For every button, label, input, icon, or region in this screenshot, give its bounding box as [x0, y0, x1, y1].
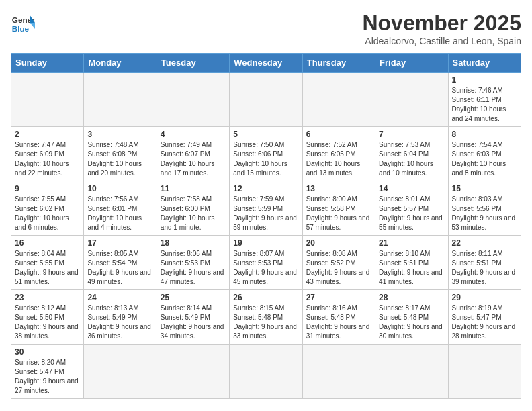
- day-number: 29: [452, 293, 517, 302]
- day-info: Sunrise: 7:49 AM Sunset: 6:07 PM Dayligh…: [161, 140, 226, 178]
- table-row: 21Sunrise: 8:10 AM Sunset: 5:51 PM Dayli…: [375, 236, 448, 290]
- table-row: 19Sunrise: 8:07 AM Sunset: 5:53 PM Dayli…: [230, 236, 302, 290]
- table-row: [375, 345, 448, 399]
- calendar-header-row: Sunday Monday Tuesday Wednesday Thursday…: [11, 54, 521, 73]
- table-row: 6Sunrise: 7:52 AM Sunset: 6:05 PM Daylig…: [302, 127, 375, 181]
- logo: General Blue: [11, 11, 35, 35]
- table-row: 22Sunrise: 8:11 AM Sunset: 5:51 PM Dayli…: [448, 236, 521, 290]
- day-info: Sunrise: 8:05 AM Sunset: 5:54 PM Dayligh…: [87, 249, 152, 287]
- day-number: 10: [87, 184, 152, 193]
- day-number: 23: [15, 293, 80, 302]
- table-row: [448, 345, 521, 399]
- day-info: Sunrise: 7:56 AM Sunset: 6:01 PM Dayligh…: [87, 195, 152, 232]
- day-info: Sunrise: 7:59 AM Sunset: 5:59 PM Dayligh…: [233, 195, 298, 232]
- table-row: [84, 73, 157, 127]
- day-info: Sunrise: 7:48 AM Sunset: 6:08 PM Dayligh…: [87, 140, 152, 178]
- day-number: 6: [306, 130, 371, 139]
- col-monday: Monday: [84, 54, 157, 73]
- table-row: 25Sunrise: 8:14 AM Sunset: 5:49 PM Dayli…: [157, 290, 229, 345]
- table-row: 14Sunrise: 8:01 AM Sunset: 5:57 PM Dayli…: [375, 181, 448, 236]
- table-row: 20Sunrise: 8:08 AM Sunset: 5:52 PM Dayli…: [302, 236, 375, 290]
- day-number: 28: [379, 293, 444, 302]
- day-number: 25: [161, 293, 226, 302]
- day-number: 16: [15, 238, 80, 248]
- day-number: 19: [233, 238, 298, 248]
- col-friday: Friday: [375, 54, 448, 73]
- col-tuesday: Tuesday: [157, 54, 229, 73]
- table-row: 23Sunrise: 8:12 AM Sunset: 5:50 PM Dayli…: [11, 290, 84, 345]
- calendar-week-row: 1Sunrise: 7:46 AM Sunset: 6:11 PM Daylig…: [11, 73, 521, 127]
- day-number: 15: [452, 184, 517, 193]
- day-number: 8: [452, 130, 517, 139]
- col-saturday: Saturday: [448, 54, 521, 73]
- table-row: 13Sunrise: 8:00 AM Sunset: 5:58 PM Dayli…: [302, 181, 375, 236]
- calendar-subtitle: Aldealcorvo, Castille and Leon, Spain: [362, 36, 521, 46]
- table-row: 24Sunrise: 8:13 AM Sunset: 5:49 PM Dayli…: [84, 290, 157, 345]
- calendar-table: Sunday Monday Tuesday Wednesday Thursday…: [11, 53, 521, 399]
- day-info: Sunrise: 7:46 AM Sunset: 6:11 PM Dayligh…: [452, 86, 517, 124]
- page-header: General Blue November 2025 Aldealcorvo, …: [11, 11, 521, 46]
- day-info: Sunrise: 7:53 AM Sunset: 6:04 PM Dayligh…: [379, 140, 444, 178]
- table-row: [11, 73, 84, 127]
- day-info: Sunrise: 8:17 AM Sunset: 5:48 PM Dayligh…: [379, 304, 444, 341]
- calendar-week-row: 9Sunrise: 7:55 AM Sunset: 6:02 PM Daylig…: [11, 181, 521, 236]
- day-info: Sunrise: 8:01 AM Sunset: 5:57 PM Dayligh…: [379, 195, 444, 232]
- day-info: Sunrise: 8:14 AM Sunset: 5:49 PM Dayligh…: [161, 304, 226, 341]
- svg-marker-3: [30, 23, 35, 29]
- day-number: 30: [15, 347, 80, 357]
- day-number: 5: [233, 130, 298, 139]
- table-row: 9Sunrise: 7:55 AM Sunset: 6:02 PM Daylig…: [11, 181, 84, 236]
- table-row: 15Sunrise: 8:03 AM Sunset: 5:56 PM Dayli…: [448, 181, 521, 236]
- table-row: 2Sunrise: 7:47 AM Sunset: 6:09 PM Daylig…: [11, 127, 84, 181]
- day-info: Sunrise: 8:12 AM Sunset: 5:50 PM Dayligh…: [15, 304, 80, 341]
- table-row: 4Sunrise: 7:49 AM Sunset: 6:07 PM Daylig…: [157, 127, 229, 181]
- table-row: 11Sunrise: 7:58 AM Sunset: 6:00 PM Dayli…: [157, 181, 229, 236]
- table-row: [375, 73, 448, 127]
- svg-text:Blue: Blue: [12, 24, 30, 33]
- day-info: Sunrise: 7:54 AM Sunset: 6:03 PM Dayligh…: [452, 140, 517, 178]
- day-number: 13: [306, 184, 371, 193]
- day-info: Sunrise: 8:19 AM Sunset: 5:47 PM Dayligh…: [452, 304, 517, 341]
- day-info: Sunrise: 7:50 AM Sunset: 6:06 PM Dayligh…: [233, 140, 298, 178]
- calendar-week-row: 30Sunrise: 8:20 AM Sunset: 5:47 PM Dayli…: [11, 345, 521, 399]
- day-info: Sunrise: 8:16 AM Sunset: 5:48 PM Dayligh…: [306, 304, 371, 341]
- day-info: Sunrise: 7:55 AM Sunset: 6:02 PM Dayligh…: [15, 195, 80, 232]
- day-number: 2: [15, 130, 80, 139]
- logo-icon: General Blue: [11, 11, 35, 35]
- day-info: Sunrise: 8:11 AM Sunset: 5:51 PM Dayligh…: [452, 249, 517, 287]
- table-row: 29Sunrise: 8:19 AM Sunset: 5:47 PM Dayli…: [448, 290, 521, 345]
- day-info: Sunrise: 8:08 AM Sunset: 5:52 PM Dayligh…: [306, 249, 371, 287]
- table-row: [302, 73, 375, 127]
- day-number: 20: [306, 238, 371, 248]
- day-number: 12: [233, 184, 298, 193]
- day-info: Sunrise: 8:07 AM Sunset: 5:53 PM Dayligh…: [233, 249, 298, 287]
- table-row: 7Sunrise: 7:53 AM Sunset: 6:04 PM Daylig…: [375, 127, 448, 181]
- calendar-week-row: 2Sunrise: 7:47 AM Sunset: 6:09 PM Daylig…: [11, 127, 521, 181]
- day-number: 9: [15, 184, 80, 193]
- calendar-week-row: 23Sunrise: 8:12 AM Sunset: 5:50 PM Dayli…: [11, 290, 521, 345]
- day-number: 14: [379, 184, 444, 193]
- day-number: 18: [161, 238, 226, 248]
- day-info: Sunrise: 8:04 AM Sunset: 5:55 PM Dayligh…: [15, 249, 80, 287]
- table-row: [84, 345, 157, 399]
- calendar-week-row: 16Sunrise: 8:04 AM Sunset: 5:55 PM Dayli…: [11, 236, 521, 290]
- day-number: 24: [87, 293, 152, 302]
- table-row: [302, 345, 375, 399]
- calendar-title: November 2025: [362, 11, 521, 36]
- table-row: [230, 345, 302, 399]
- table-row: 10Sunrise: 7:56 AM Sunset: 6:01 PM Dayli…: [84, 181, 157, 236]
- col-sunday: Sunday: [11, 54, 84, 73]
- day-info: Sunrise: 8:15 AM Sunset: 5:48 PM Dayligh…: [233, 304, 298, 341]
- day-info: Sunrise: 8:03 AM Sunset: 5:56 PM Dayligh…: [452, 195, 517, 232]
- day-number: 27: [306, 293, 371, 302]
- table-row: 17Sunrise: 8:05 AM Sunset: 5:54 PM Dayli…: [84, 236, 157, 290]
- day-info: Sunrise: 8:13 AM Sunset: 5:49 PM Dayligh…: [87, 304, 152, 341]
- day-number: 17: [87, 238, 152, 248]
- day-info: Sunrise: 8:20 AM Sunset: 5:47 PM Dayligh…: [15, 358, 80, 396]
- day-info: Sunrise: 7:47 AM Sunset: 6:09 PM Dayligh…: [15, 140, 80, 178]
- day-number: 3: [87, 130, 152, 139]
- day-number: 11: [161, 184, 226, 193]
- table-row: 27Sunrise: 8:16 AM Sunset: 5:48 PM Dayli…: [302, 290, 375, 345]
- day-info: Sunrise: 8:06 AM Sunset: 5:53 PM Dayligh…: [161, 249, 226, 287]
- table-row: 28Sunrise: 8:17 AM Sunset: 5:48 PM Dayli…: [375, 290, 448, 345]
